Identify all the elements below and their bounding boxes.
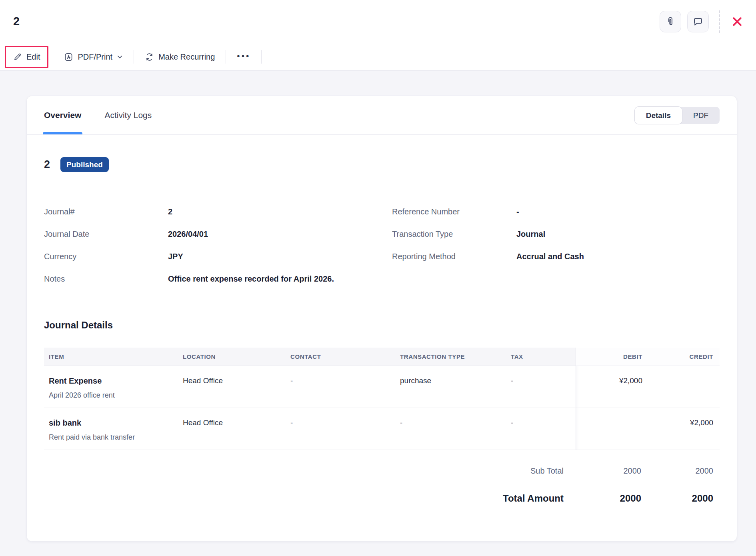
cell-tax: -	[506, 366, 576, 408]
table-row: sib bank Rent paid via bank transfer Hea…	[44, 408, 720, 450]
tab-bar: Overview Activity Logs Details PDF	[27, 96, 737, 135]
sub-total-credit: 2000	[648, 466, 720, 476]
field-label: Notes	[44, 274, 168, 284]
toggle-details[interactable]: Details	[635, 107, 682, 124]
card-body: 2 Published Journal# 2 Journal Date 2026…	[27, 157, 737, 504]
column-header-contact: CONTACT	[286, 348, 395, 366]
field-value: -	[516, 207, 720, 216]
cell-item: sib bank Rent paid via bank transfer	[44, 408, 178, 450]
paperclip-icon	[665, 16, 676, 27]
comments-button[interactable]	[687, 11, 709, 32]
column-header-location: LOCATION	[178, 348, 286, 366]
field-value: 2	[168, 207, 392, 216]
more-actions-button[interactable]: •••	[230, 48, 257, 66]
cell-credit	[649, 366, 720, 408]
make-recurring-button[interactable]: Make Recurring	[138, 48, 221, 66]
close-x-icon	[731, 16, 743, 28]
header-actions	[654, 10, 746, 33]
field-label: Currency	[44, 252, 168, 261]
column-header-tax: TAX	[506, 348, 576, 366]
field-label: Transaction Type	[392, 230, 516, 239]
edit-annotation-highlight: Edit	[5, 46, 48, 68]
header-divider	[719, 10, 720, 33]
tab-activity-logs[interactable]: Activity Logs	[104, 96, 152, 134]
cell-transaction-type: -	[395, 408, 506, 450]
table-header-row: ITEM LOCATION CONTACT TRANSACTION TYPE T…	[44, 348, 720, 366]
total-amount-label: Total Amount	[44, 493, 574, 504]
column-header-debit: DEBIT	[576, 348, 649, 366]
item-name: Rent Expense	[49, 376, 178, 386]
pencil-icon	[13, 52, 22, 61]
total-amount-row: Total Amount 2000 2000	[44, 493, 720, 504]
ellipsis-icon: •••	[237, 52, 250, 62]
column-header-credit: CREDIT	[649, 348, 720, 366]
journal-detail-card: Overview Activity Logs Details PDF 2 Pub…	[26, 96, 737, 542]
column-header-transaction-type: TRANSACTION TYPE	[395, 348, 506, 366]
recurring-icon	[145, 52, 154, 62]
info-fields-right: Reference Number - Transaction Type Jour…	[392, 207, 720, 284]
cell-item: Rent Expense April 2026 office rent	[44, 366, 178, 408]
field-label: Reference Number	[392, 207, 516, 216]
total-amount-debit: 2000	[574, 493, 648, 504]
item-name: sib bank	[49, 418, 178, 428]
cell-debit: ¥2,000	[576, 366, 649, 408]
tab-overview[interactable]: Overview	[44, 96, 81, 134]
item-description: Rent paid via bank transfer	[49, 433, 178, 442]
edit-button-label: Edit	[26, 52, 40, 62]
info-fields-left: Journal# 2 Journal Date 2026/04/01 Curre…	[44, 207, 392, 284]
journal-details-table: ITEM LOCATION CONTACT TRANSACTION TYPE T…	[44, 348, 720, 450]
attachment-button[interactable]	[660, 11, 681, 32]
pdf-file-icon	[64, 52, 73, 62]
sub-total-label: Sub Total	[44, 466, 574, 476]
details-pdf-toggle: Details PDF	[635, 107, 720, 124]
action-toolbar: Edit PDF/Print Make Recurring	[0, 43, 756, 71]
cell-location: Head Office	[178, 408, 286, 450]
field-value: 2026/04/01	[168, 230, 392, 239]
toolbar-divider	[134, 50, 134, 64]
toolbar-divider	[261, 50, 262, 64]
status-badge: Published	[60, 157, 109, 172]
journal-number-heading: 2	[44, 158, 50, 171]
journal-details-heading: Journal Details	[44, 320, 720, 331]
page-background: Overview Activity Logs Details PDF 2 Pub…	[0, 71, 756, 542]
field-label: Reporting Method	[392, 252, 516, 261]
close-button[interactable]	[729, 13, 746, 30]
toolbar-divider	[53, 50, 53, 64]
make-recurring-button-label: Make Recurring	[158, 52, 215, 62]
cell-location: Head Office	[178, 366, 286, 408]
field-value: Accrual and Cash	[516, 252, 720, 261]
field-value: JPY	[168, 252, 392, 261]
cell-debit	[576, 408, 649, 450]
cell-transaction-type: purchase	[395, 366, 506, 408]
cell-credit: ¥2,000	[649, 408, 720, 450]
info-fields: Journal# 2 Journal Date 2026/04/01 Curre…	[44, 207, 720, 284]
total-amount-credit: 2000	[648, 493, 720, 504]
page-title: 2	[13, 15, 20, 28]
toolbar-divider	[226, 50, 226, 64]
cell-contact: -	[286, 408, 395, 450]
cell-contact: -	[286, 366, 395, 408]
pdf-print-button-label: PDF/Print	[78, 52, 112, 62]
entry-head: 2 Published	[44, 157, 720, 172]
field-label: Journal#	[44, 207, 168, 216]
edit-button[interactable]: Edit	[7, 48, 46, 66]
comment-bubble-icon	[693, 16, 703, 27]
item-description: April 2026 office rent	[49, 391, 178, 400]
table-row: Rent Expense April 2026 office rent Head…	[44, 366, 720, 408]
toggle-pdf[interactable]: PDF	[682, 107, 720, 124]
window-header: 2	[0, 0, 756, 43]
sub-total-debit: 2000	[574, 466, 648, 476]
field-value: Office rent expense recorded for April 2…	[168, 274, 392, 284]
field-label: Journal Date	[44, 230, 168, 239]
sub-total-row: Sub Total 2000 2000	[44, 466, 720, 476]
cell-tax: -	[506, 408, 576, 450]
field-value: Journal	[516, 230, 720, 239]
pdf-print-button[interactable]: PDF/Print	[58, 48, 129, 66]
chevron-down-icon	[117, 54, 123, 60]
column-header-item: ITEM	[44, 348, 178, 366]
